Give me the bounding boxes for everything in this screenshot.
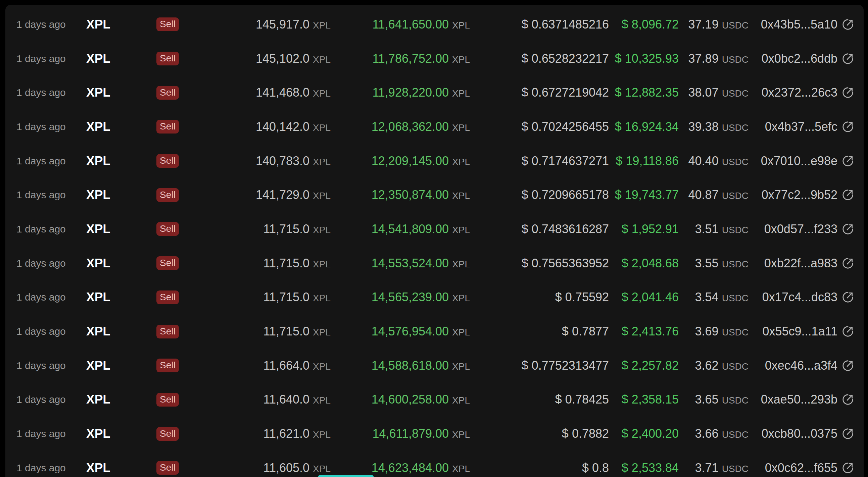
tx-hash-link[interactable]: 0xec46...a3f4 [765,359,837,373]
external-link-icon[interactable] [841,121,854,133]
total-value: 11,786,752.00 [373,52,449,65]
sell-badge: Sell [156,291,179,304]
action-cell: Sell [156,18,217,31]
tx-hash-link[interactable]: 0x2372...26c3 [762,86,837,100]
external-link-icon[interactable] [841,223,854,236]
sell-badge: Sell [156,461,179,475]
tx-hash-cell: 0x55c9...1a11 [748,325,854,338]
transaction-row: 1 days ago XPL Sell 11,664.0XPL 14,588,6… [5,348,864,383]
tx-hash-cell: 0x0d57...f233 [748,222,854,236]
tx-hash-link[interactable]: 0x7010...e98e [761,154,837,168]
token-symbol: XPL [86,393,156,407]
fee-value: 37.89 [688,52,719,65]
external-link-icon[interactable] [841,428,854,440]
token-symbol: XPL [86,359,156,373]
tx-hash-link[interactable]: 0x4b37...5efc [765,120,837,134]
transaction-age: 1 days ago [17,19,86,30]
total-value: 11,641,650.00 [373,18,449,31]
tx-hash-link[interactable]: 0x43b5...5a10 [761,18,837,32]
external-link-icon[interactable] [841,359,854,372]
tx-hash-link[interactable]: 0x0bc2...6ddb [762,52,837,66]
value-cell: $ 2,533.84 [609,461,679,475]
amount-cell: 11,640.0XPL [217,393,331,407]
transaction-age: 1 days ago [17,224,86,235]
horizontal-scrollbar-thumb[interactable] [318,475,374,477]
amount-cell: 140,783.0XPL [217,154,331,168]
fee-cell: 3.69USDC [679,325,748,338]
value-cell: $ 2,041.46 [609,290,679,304]
price-usd: $ 0.7752313477 [522,359,609,372]
fee-unit: USDC [722,293,748,303]
tx-hash-link[interactable]: 0x17c4...dc83 [762,290,837,304]
external-link-icon[interactable] [841,155,854,167]
token-symbol: XPL [86,52,156,66]
tx-hash-link[interactable]: 0xae50...293b [761,393,837,407]
price-cell: $ 0.7752313477 [470,359,609,373]
amount-cell: 141,729.0XPL [217,188,331,202]
total-unit: XPL [452,259,470,269]
external-link-icon[interactable] [841,325,854,338]
amount-value: 141,729.0 [256,188,309,202]
action-cell: Sell [156,359,217,372]
price-cell: $ 0.6371485216 [470,18,609,32]
sell-badge: Sell [156,256,179,270]
external-link-icon[interactable] [841,462,854,474]
amount-cell: 11,715.0XPL [217,325,331,338]
amount-unit: XPL [313,123,331,133]
fee-unit: USDC [722,88,748,99]
total-unit: XPL [452,88,470,99]
fee-unit: USDC [722,327,748,337]
tx-hash-link[interactable]: 0xcb80...0375 [762,427,837,441]
sell-badge: Sell [156,52,179,65]
external-link-icon[interactable] [841,189,854,201]
tx-hash-link[interactable]: 0x0d57...f233 [764,222,837,236]
total-unit: XPL [452,464,470,474]
cumulative-total-cell: 11,786,752.00XPL [331,52,470,66]
cumulative-total-cell: 14,565,239.00XPL [331,290,470,304]
amount-cell: 11,605.0XPL [217,461,331,475]
total-unit: XPL [452,123,470,133]
amount-unit: XPL [313,259,331,269]
price-usd: $ 0.78425 [555,393,609,406]
fee-cell: 3.51USDC [679,222,748,236]
amount-cell: 11,715.0XPL [217,222,331,236]
tx-hash-link[interactable]: 0x77c2...9b52 [762,188,837,202]
tx-hash-link[interactable]: 0x0c62...f655 [765,461,837,475]
amount-value: 145,917.0 [256,18,309,31]
fee-unit: USDC [722,464,748,474]
price-cell: $ 0.7565363952 [470,256,609,270]
transaction-row: 1 days ago XPL Sell 11,715.0XPL 14,553,5… [5,246,864,280]
tx-hash-link[interactable]: 0xb22f...a983 [764,256,837,270]
transaction-row: 1 days ago XPL Sell 11,715.0XPL 14,541,8… [5,212,864,246]
amount-cell: 145,917.0XPL [217,18,331,32]
fee-unit: USDC [722,191,748,201]
tx-hash-cell: 0x43b5...5a10 [748,18,854,32]
external-link-icon[interactable] [841,52,854,65]
external-link-icon[interactable] [841,86,854,99]
transaction-row: 1 days ago XPL Sell 11,621.0XPL 14,611,8… [5,417,864,451]
value-cell: $ 12,882.35 [609,86,679,100]
price-cell: $ 0.6528232217 [470,52,609,66]
transaction-age: 1 days ago [17,326,86,337]
total-unit: XPL [452,293,470,303]
cumulative-total-cell: 14,600,258.00XPL [331,393,470,407]
value-usd: $ 2,048.68 [622,256,679,270]
fee-cell: 3.66USDC [679,427,748,441]
external-link-icon[interactable] [841,18,854,31]
sell-badge: Sell [156,86,179,100]
external-link-icon[interactable] [841,291,854,304]
value-usd: $ 16,924.34 [615,120,679,134]
action-cell: Sell [156,52,217,65]
external-link-icon[interactable] [841,393,854,406]
total-value: 14,623,484.00 [372,461,449,475]
external-link-icon[interactable] [841,257,854,270]
total-unit: XPL [452,54,470,65]
total-value: 14,553,524.00 [372,256,449,270]
cumulative-total-cell: 14,553,524.00XPL [331,256,470,270]
tx-hash-link[interactable]: 0x55c9...1a11 [762,325,837,338]
total-value: 12,350,874.00 [372,188,449,202]
amount-cell: 140,142.0XPL [217,120,331,134]
fee-value: 3.62 [695,359,719,372]
amount-value: 140,783.0 [256,154,309,168]
amount-cell: 11,715.0XPL [217,290,331,304]
